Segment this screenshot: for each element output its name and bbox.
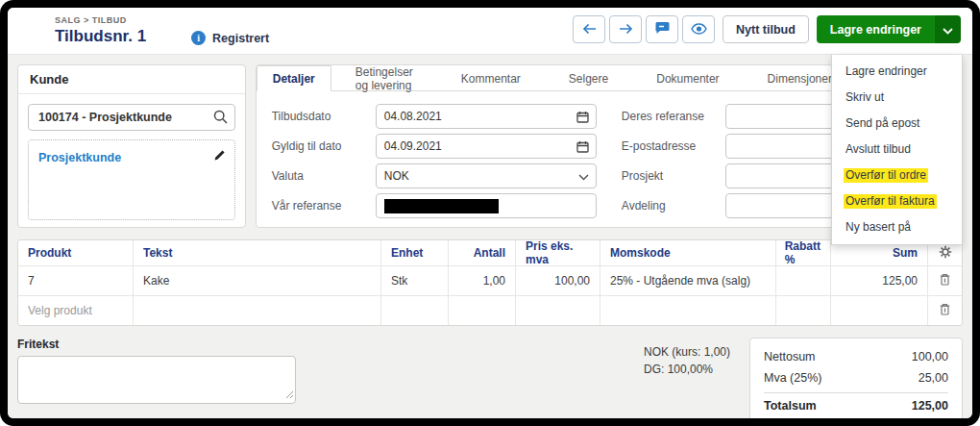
- search-icon[interactable]: [213, 110, 228, 128]
- col-header-antall: Antall: [449, 240, 516, 265]
- screenshot-frame: SALG > TILBUD Tilbudsnr. 1 i Registrert: [0, 0, 980, 426]
- cell-sum: 125,00: [831, 265, 928, 295]
- menu-item-ny-basert-pa[interactable]: Ny basert på: [832, 214, 962, 240]
- table-new-row: Velg produkt: [18, 295, 962, 325]
- mva-label: Mva (25%): [764, 371, 821, 385]
- col-header-pris: Pris eks. mva: [516, 240, 600, 265]
- currency-rate-text: NOK (kurs: 1,00): [644, 343, 730, 361]
- totalsum-value: 125,00: [912, 399, 948, 413]
- tab-kommentar[interactable]: Kommentar: [437, 65, 545, 91]
- redacted-value: [384, 199, 499, 213]
- mva-value: 25,00: [919, 371, 948, 385]
- fritekst-textarea[interactable]: [17, 356, 296, 404]
- col-header-momskode: Momskode: [600, 240, 776, 265]
- customer-search-input[interactable]: [28, 104, 235, 131]
- cell-pris[interactable]: 100,00: [516, 265, 600, 295]
- totalsum-label: Totalsum: [764, 399, 817, 413]
- chevron-down-icon: [578, 170, 589, 184]
- nettosum-value: 100,00: [912, 350, 948, 363]
- cell-tekst-empty[interactable]: [134, 295, 381, 325]
- currency-info: NOK (kurs: 1,00) DG: 100,00%: [644, 338, 730, 378]
- tab-detaljer[interactable]: Detaljer: [257, 65, 331, 91]
- field-label-epostadresse: E-postadresse: [622, 139, 725, 153]
- page-header: SALG > TILBUD Tilbudsnr. 1 i Registrert: [8, 8, 972, 55]
- previous-button[interactable]: [573, 15, 605, 43]
- trash-icon: [940, 303, 950, 318]
- page-body: Kunde Prosjektkunde: [8, 55, 972, 418]
- menu-item-overfor-til-faktura[interactable]: Overfør til faktura: [832, 188, 962, 214]
- valuta-select[interactable]: NOK: [376, 163, 597, 188]
- field-label-deres-referanse: Deres referanse: [622, 110, 725, 123]
- tilbudsdato-input[interactable]: 04.08.2021: [376, 104, 597, 129]
- save-changes-dropdown-toggle[interactable]: [935, 15, 961, 43]
- col-header-produkt: Produkt: [18, 240, 134, 265]
- arrow-left-icon: [582, 21, 597, 38]
- tab-dokumenter[interactable]: Dokumenter: [632, 65, 743, 91]
- header-actions: Nytt tilbud Lagre endringer: [573, 15, 961, 43]
- fritekst-label: Fritekst: [17, 338, 296, 351]
- footer-section: Fritekst NOK (kurs: 1,00) DG: 100,00% Ne…: [17, 338, 963, 418]
- tab-selgere[interactable]: Selgere: [545, 65, 632, 91]
- delete-row-button[interactable]: [928, 265, 962, 295]
- cell-produkt[interactable]: 7: [18, 265, 134, 295]
- calendar-icon[interactable]: [576, 111, 589, 126]
- cell-enhet-empty[interactable]: [381, 295, 449, 325]
- app-window: SALG > TILBUD Tilbudsnr. 1 i Registrert: [8, 8, 972, 418]
- field-label-var-referanse: Vår referanse: [272, 199, 376, 213]
- customer-panel-title: Kunde: [18, 65, 245, 94]
- cell-momskode[interactable]: 25% - Utgående mva (salg): [600, 265, 776, 295]
- col-header-rabatt: Rabatt %: [776, 240, 831, 265]
- preview-button[interactable]: [682, 15, 715, 43]
- trash-icon: [940, 273, 950, 288]
- customer-details-box: Prosjektkunde: [28, 139, 235, 220]
- menu-item-overfor-til-ordre[interactable]: Overfør til ordre: [832, 163, 962, 188]
- save-changes-button[interactable]: Lagre endringer: [817, 15, 935, 43]
- col-header-tekst: Tekst: [134, 240, 381, 265]
- field-label-valuta: Valuta: [272, 169, 376, 183]
- eye-icon: [691, 21, 707, 38]
- resize-handle[interactable]: [285, 386, 294, 403]
- next-button[interactable]: [609, 15, 642, 43]
- menu-item-lagre-endringer[interactable]: Lagre endringer: [832, 59, 962, 85]
- menu-item-send-pa-epost[interactable]: Send på epost: [832, 111, 962, 137]
- nettosum-label: Nettosum: [764, 350, 816, 363]
- new-offer-label: Nytt tilbud: [736, 23, 796, 37]
- info-icon: i: [191, 31, 206, 45]
- var-referanse-input[interactable]: [376, 193, 597, 218]
- customer-panel: Kunde Prosjektkunde: [17, 64, 246, 228]
- dg-text: DG: 100,00%: [644, 361, 730, 378]
- gear-icon: [939, 245, 952, 262]
- cell-sum-empty: [831, 295, 928, 325]
- table-row: 7 Kake Stk 1,00 100,00 25% - Utgående mv…: [18, 265, 962, 295]
- edit-pencil-icon[interactable]: [213, 148, 226, 165]
- menu-item-skriv-ut[interactable]: Skriv ut: [832, 85, 962, 111]
- cell-enhet[interactable]: Stk: [381, 265, 449, 295]
- status-badge: i Registrert: [191, 31, 269, 45]
- new-offer-button[interactable]: Nytt tilbud: [723, 15, 809, 43]
- gyldig-til-dato-input[interactable]: 04.09.2021: [376, 134, 597, 159]
- chevron-down-icon: [943, 21, 953, 38]
- breadcrumb[interactable]: SALG > TILBUD: [55, 15, 146, 25]
- cell-rabatt-empty[interactable]: [776, 295, 831, 325]
- new-product-select[interactable]: Velg produkt: [18, 295, 134, 325]
- field-label-tilbudsdato: Tilbudsdato: [272, 110, 376, 123]
- cell-antall-empty[interactable]: [449, 295, 516, 325]
- menu-item-avslutt-tilbud[interactable]: Avslutt tilbud: [832, 137, 962, 163]
- cell-rabatt[interactable]: [776, 265, 831, 295]
- cell-pris-empty[interactable]: [516, 295, 600, 325]
- cell-momskode-empty[interactable]: [600, 295, 776, 325]
- field-label-avdeling: Avdeling: [622, 199, 725, 213]
- comment-button[interactable]: [646, 15, 678, 43]
- tab-betingelser-og-levering[interactable]: Betingelser og levering: [331, 65, 437, 91]
- customer-link[interactable]: Prosjektkunde: [38, 151, 121, 164]
- title-block: SALG > TILBUD Tilbudsnr. 1: [55, 15, 146, 46]
- delete-row-button[interactable]: [928, 295, 962, 325]
- calendar-icon[interactable]: [576, 140, 589, 156]
- save-changes-split-button: Lagre endringer: [817, 15, 961, 43]
- totals-panel: Nettosum 100,00 Mva (25%) 25,00 Totalsum…: [749, 338, 963, 418]
- field-label-gyldig-til-dato: Gyldig til dato: [272, 139, 376, 153]
- cell-antall[interactable]: 1,00: [449, 265, 516, 295]
- cell-tekst[interactable]: Kake: [134, 265, 381, 295]
- mva-row: Mva (25%) 25,00: [764, 367, 948, 388]
- totalsum-row: Totalsum 125,00: [764, 392, 948, 416]
